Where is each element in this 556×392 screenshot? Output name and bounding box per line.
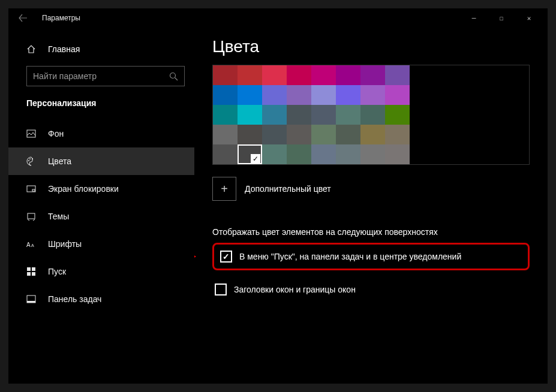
svg-rect-6: [32, 189, 35, 191]
color-swatch[interactable]: [360, 65, 385, 85]
back-button[interactable]: [13, 8, 32, 28]
checkbox-icon: [215, 284, 227, 295]
custom-color-label: Дополнительный цвет: [245, 184, 331, 194]
color-swatch[interactable]: [360, 85, 385, 105]
close-button[interactable]: ✕: [515, 8, 543, 28]
checkbox-label: Заголовки окон и границы окон: [234, 285, 356, 294]
nav-list: ФонЦветаЭкран блокировкиТемыAAШрифтыПуск…: [8, 120, 194, 313]
main-panel: Цвета + Дополнительный цвет Отображать ц…: [194, 28, 548, 384]
sidebar-item-label: Экран блокировки: [48, 184, 119, 194]
color-swatch[interactable]: [311, 105, 336, 125]
color-swatch[interactable]: [360, 105, 385, 125]
svg-rect-15: [27, 301, 35, 303]
color-swatch[interactable]: [238, 125, 262, 144]
color-swatch[interactable]: [360, 125, 385, 144]
sidebar-item-start[interactable]: Пуск: [8, 258, 194, 285]
color-swatch[interactable]: [262, 125, 287, 144]
window-title: Параметры: [42, 14, 80, 22]
color-swatch[interactable]: [287, 105, 311, 125]
custom-color-button[interactable]: + Дополнительный цвет: [212, 177, 530, 201]
color-swatch[interactable]: [336, 65, 360, 85]
color-swatch[interactable]: [385, 144, 410, 164]
color-swatch[interactable]: [311, 65, 336, 85]
svg-point-3: [29, 158, 31, 159]
svg-rect-7: [28, 213, 35, 219]
minimize-button[interactable]: ─: [460, 8, 488, 28]
checkbox-icon: [220, 251, 232, 263]
background-icon: [26, 129, 36, 138]
sidebar-item-label: Цвета: [48, 156, 71, 166]
content: Главная Найти параметр Персонализация Фо…: [8, 28, 548, 384]
section-label: Отображать цвет элементов на следующих п…: [212, 227, 530, 237]
settings-window: Параметры ─ ☐ ✕ Главная Найти параметр П…: [8, 8, 548, 384]
color-swatch[interactable]: [287, 125, 311, 144]
window-controls: ─ ☐ ✕: [460, 8, 543, 28]
color-swatch[interactable]: [238, 65, 262, 85]
colors-icon: [26, 156, 36, 166]
category-label: Персонализация: [8, 98, 194, 108]
search-placeholder: Найти параметр: [33, 71, 169, 81]
color-swatch[interactable]: [262, 105, 287, 125]
themes-icon: [26, 212, 36, 221]
sidebar-item-label: Панель задач: [48, 294, 101, 304]
checkbox-window-borders[interactable]: Заголовки окон и границы окон: [212, 280, 530, 299]
home-link[interactable]: Главная: [8, 37, 194, 61]
search-input[interactable]: Найти параметр: [26, 66, 185, 86]
color-swatch[interactable]: [287, 144, 311, 164]
sidebar-item-fonts[interactable]: AAШрифты: [8, 230, 194, 258]
sidebar-item-label: Темы: [48, 212, 69, 221]
color-swatch[interactable]: [238, 105, 262, 125]
color-swatch[interactable]: [385, 125, 410, 144]
svg-rect-12: [27, 272, 31, 276]
svg-point-4: [32, 158, 33, 159]
start-icon: [26, 267, 36, 276]
annotation-arrow: [194, 250, 196, 263]
color-swatch[interactable]: [238, 85, 262, 105]
checkbox-label: В меню "Пуск", на панели задач и в центр…: [239, 252, 461, 261]
color-swatch[interactable]: [262, 85, 287, 105]
color-swatch[interactable]: [213, 105, 238, 125]
color-swatch[interactable]: [336, 144, 360, 164]
color-swatch[interactable]: [262, 144, 287, 164]
sidebar-item-taskbar[interactable]: Панель задач: [8, 285, 194, 313]
color-swatch[interactable]: [262, 65, 287, 85]
color-swatch[interactable]: [336, 85, 360, 105]
page-title: Цвета: [212, 37, 530, 56]
svg-rect-11: [32, 267, 35, 271]
maximize-button[interactable]: ☐: [488, 8, 515, 28]
sidebar: Главная Найти параметр Персонализация Фо…: [8, 28, 194, 384]
titlebar: Параметры ─ ☐ ✕: [8, 8, 548, 28]
color-swatch[interactable]: [336, 125, 360, 144]
svg-text:A: A: [31, 243, 34, 248]
color-swatch[interactable]: [385, 105, 410, 125]
checkbox-start-taskbar[interactable]: В меню "Пуск", на панели задач и в центр…: [212, 243, 530, 270]
sidebar-item-label: Пуск: [48, 267, 66, 276]
sidebar-item-label: Фон: [48, 129, 64, 138]
color-swatch[interactable]: [213, 144, 238, 164]
svg-point-0: [170, 73, 176, 78]
color-swatch[interactable]: [385, 65, 410, 85]
color-swatch[interactable]: [213, 125, 238, 144]
taskbar-icon: [26, 294, 36, 304]
sidebar-item-lockscreen[interactable]: Экран блокировки: [8, 175, 194, 203]
color-swatch[interactable]: [213, 65, 238, 85]
home-icon: [26, 44, 36, 54]
sidebar-item-colors[interactable]: Цвета: [8, 147, 194, 175]
color-swatch[interactable]: [287, 65, 311, 85]
color-swatch[interactable]: [238, 144, 262, 164]
sidebar-item-background[interactable]: Фон: [8, 120, 194, 147]
color-swatch[interactable]: [385, 85, 410, 105]
sidebar-item-label: Шрифты: [48, 239, 82, 249]
color-swatch[interactable]: [311, 125, 336, 144]
fonts-icon: AA: [26, 239, 36, 249]
home-label: Главная: [48, 44, 80, 54]
color-swatch[interactable]: [213, 85, 238, 105]
sidebar-item-themes[interactable]: Темы: [8, 203, 194, 230]
plus-icon: +: [212, 177, 236, 201]
color-swatch[interactable]: [360, 144, 385, 164]
color-swatch[interactable]: [287, 85, 311, 105]
color-swatch[interactable]: [311, 85, 336, 105]
color-swatch[interactable]: [336, 105, 360, 125]
color-swatch[interactable]: [311, 144, 336, 164]
color-palette: [212, 65, 530, 165]
